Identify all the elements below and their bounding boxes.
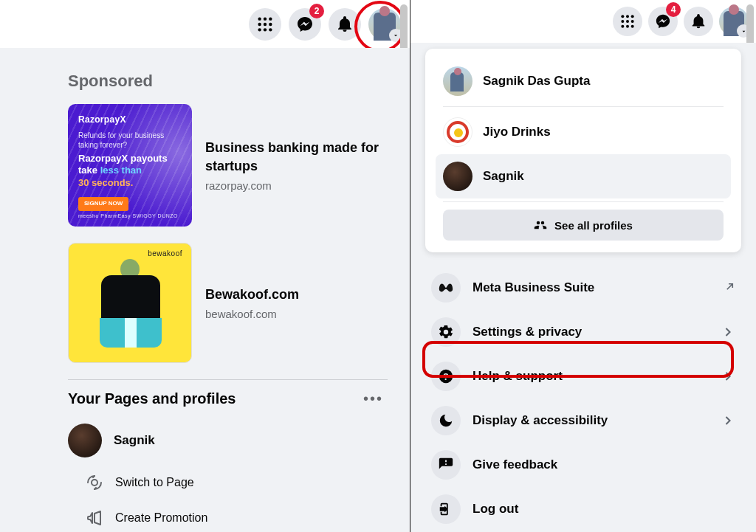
action-label: Create Promotion [115,511,207,525]
messenger-icon [296,15,314,33]
right-sidebar-feed: Sponsored RazorpayX Refunds for your bus… [0,48,410,532]
svg-point-14 [621,20,624,23]
menu-item-meta-business-suite[interactable]: Meta Business Suite [425,266,741,310]
divider [443,201,724,202]
ad-partner-logos: meesho PharmEasy SWIGGY DUNZO [78,213,178,219]
profile-item[interactable]: Sagnik Das Gupta [436,59,731,103]
svg-point-5 [269,22,272,25]
bell-icon [690,13,707,30]
svg-point-10 [92,480,97,486]
profile-item[interactable]: Jiyo Drinks [436,110,731,154]
page-row[interactable]: Sagnik [68,424,388,457]
grid-icon [257,16,273,32]
profile-name: Sagnik [483,169,524,184]
ad-cta: SIGNUP NOW [78,197,128,210]
svg-point-2 [269,17,272,20]
menu-item-help-support[interactable]: ? Help & support [425,354,741,398]
logout-icon [431,494,461,524]
menu-label: Help & support [472,369,709,384]
pages-section-title: Your Pages and profiles [68,390,236,407]
ad-site: razorpay.com [205,179,388,192]
ad-thumbnail: bewakoof [68,243,192,363]
messenger-badge: 2 [309,4,324,18]
sponsored-ad[interactable]: RazorpayX Refunds for your business taki… [68,104,388,227]
messenger-button[interactable]: 2 [289,8,321,41]
svg-point-3 [258,22,261,25]
megaphone-icon [84,508,105,528]
profiles-icon [534,218,547,232]
see-all-profiles-button[interactable]: See all profiles [443,210,724,241]
svg-point-16 [631,20,634,23]
ad-site: bewakoof.com [205,308,299,320]
ad-thumbnail: RazorpayX Refunds for your business taki… [68,104,192,227]
gear-icon [431,317,461,347]
menu-item-give-feedback[interactable]: Give feedback [425,443,741,487]
profile-name: Sagnik Das Gupta [483,74,590,89]
svg-point-8 [269,28,272,31]
menu-label: Give feedback [472,457,735,472]
svg-point-4 [264,22,267,25]
ad-title: Bewakoof.com [205,286,299,303]
moon-icon [431,406,461,435]
topbar-left: 2 [0,0,410,48]
svg-point-19 [631,25,634,28]
menu-grid-button[interactable] [249,8,281,41]
chevron-right-icon [721,325,735,339]
profile-item[interactable]: Sagnik [436,154,731,198]
divider [443,106,724,107]
menu-label: Settings & privacy [472,325,709,339]
svg-point-1 [264,17,267,20]
menu-grid-button[interactable] [613,7,642,36]
menu-item-log-out[interactable]: Log out [425,487,741,531]
meta-icon [431,273,461,303]
avatar [443,162,472,191]
profile-switcher-card: Sagnik Das Gupta Jiyo Drinks Sagnik See … [425,49,741,252]
switch-to-page-action[interactable]: Switch to Page [84,472,388,493]
svg-point-6 [258,28,261,31]
ad-brand-logo: RazorpayX [78,114,182,126]
left-panel: 2 Sponsored RazorpayX [0,0,410,532]
menu-item-display-accessibility[interactable]: Display & accessibility [425,398,741,443]
svg-point-0 [258,17,261,20]
messenger-button[interactable]: 4 [648,7,678,36]
svg-point-17 [621,25,624,28]
create-promotion-action[interactable]: Create Promotion [84,508,388,528]
topbar-right: 4 [410,0,756,43]
menu-item-settings-privacy[interactable]: Settings & privacy [425,310,741,354]
feedback-icon [431,450,461,480]
chevron-right-icon [721,369,735,384]
bell-icon [336,15,354,33]
ad-image [95,259,165,362]
svg-point-15 [626,20,629,23]
right-panel: 4 Sagnik Das Gupta [410,0,756,532]
ad-brand-tag: bewakoof [148,249,182,258]
avatar [443,117,472,147]
account-menu-popover: Sagnik Das Gupta Jiyo Drinks Sagnik See … [410,43,756,532]
svg-text:?: ? [443,371,449,382]
grid-icon [620,14,635,29]
account-menu-list: Meta Business Suite Settings & privacy [425,266,741,531]
avatar [443,66,472,96]
svg-point-18 [626,25,629,28]
account-button[interactable] [368,8,401,41]
svg-point-12 [626,15,629,18]
svg-point-11 [621,15,624,18]
menu-label: Log out [472,502,735,517]
notifications-button[interactable] [329,8,361,41]
notifications-button[interactable] [684,7,713,36]
menu-label: Display & accessibility [472,413,709,428]
action-label: Switch to Page [115,476,194,489]
sponsored-heading: Sponsored [68,72,388,91]
external-link-icon [722,281,735,294]
help-icon: ? [431,362,461,391]
account-button[interactable] [719,7,749,36]
divider [68,379,388,380]
more-options-button[interactable]: ••• [359,387,388,410]
messenger-badge: 4 [666,2,681,17]
avatar [68,424,102,457]
button-label: See all profiles [554,219,633,232]
ad-main-copy: RazorpayX payouts take less than30 secon… [78,153,182,190]
menu-label: Meta Business Suite [472,280,735,295]
sponsored-ad[interactable]: bewakoof Bewakoof.com bewakoof.com [68,243,388,363]
page-name: Sagnik [114,433,155,448]
